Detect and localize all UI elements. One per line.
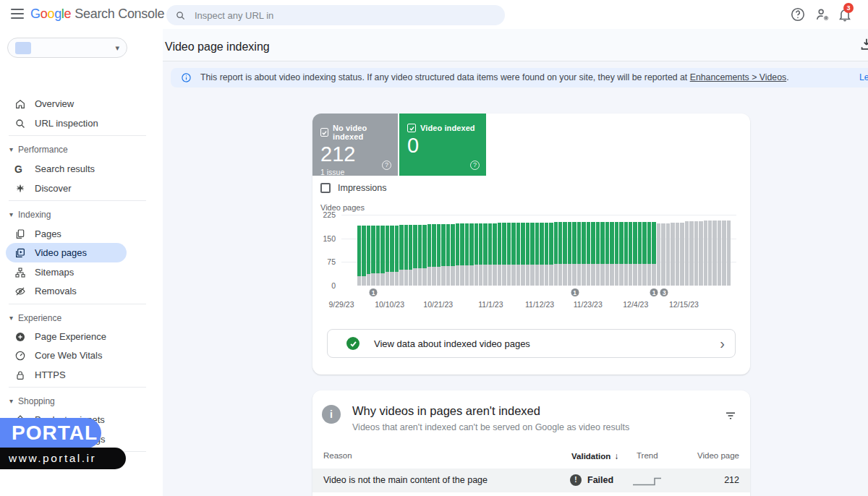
portal-watermark: PORTAL: [0, 418, 101, 448]
column-reason: Reason: [323, 451, 352, 460]
section-experience[interactable]: Experience: [0, 308, 163, 328]
sidebar-item-label: URL inspection: [35, 118, 98, 129]
chart-annotation-marker[interactable]: 3: [660, 288, 669, 297]
chart-bar: [600, 215, 604, 286]
failed-icon: [570, 474, 582, 486]
section-indexing[interactable]: Indexing: [0, 205, 163, 224]
chart-bar: [727, 215, 731, 286]
chart-bar: [371, 215, 375, 286]
chart-bar: [661, 215, 665, 286]
chart-bar: [498, 215, 501, 286]
x-axis-label: 12/4/23: [623, 300, 648, 309]
no-video-indexed-tile[interactable]: No video indexed 212 1 issue: [312, 114, 398, 176]
chart-bar: [456, 215, 459, 286]
sidebar-item-pages[interactable]: Pages: [0, 224, 163, 244]
unchecked-checkbox-icon[interactable]: [320, 183, 331, 193]
circle-plus-icon: [14, 331, 26, 343]
sidebar-item-discover[interactable]: Discover: [0, 179, 163, 198]
section-shopping[interactable]: Shopping: [0, 391, 163, 411]
url-inspection-search-bar[interactable]: Inspect any URL in: [166, 5, 505, 25]
chart-bar: [460, 215, 464, 286]
chart-bar: [530, 215, 534, 286]
y-axis-label: 0: [315, 281, 336, 290]
chart-annotation-marker[interactable]: 1: [650, 288, 659, 297]
collapse-caret-icon: [9, 397, 13, 405]
column-validation-sort[interactable]: Validation: [571, 451, 618, 461]
chart-bar: [624, 215, 628, 286]
google-logo-text: Google: [30, 7, 71, 21]
sidebar-item-overview[interactable]: Overview: [0, 94, 163, 114]
section-label: Experience: [18, 313, 61, 323]
banner-enhancements-link[interactable]: Enhancements > Videos: [690, 72, 786, 82]
hamburger-menu-icon[interactable]: [11, 9, 24, 19]
section-label: Performance: [18, 145, 68, 155]
sidebar-item-label: Discover: [35, 183, 72, 194]
chart-bar: [638, 215, 642, 286]
chart-bar: [657, 215, 660, 286]
chart-bar: [549, 215, 553, 286]
gauge-icon: [14, 350, 26, 362]
chart-bar: [386, 215, 389, 286]
user-settings-icon[interactable]: [814, 7, 830, 22]
sidebar-item-label: HTTPS: [35, 369, 66, 380]
sidebar-item-core-web-vitals[interactable]: Core Web Vitals: [0, 346, 163, 365]
view-indexed-data-row[interactable]: View data about indexed video pages: [327, 329, 736, 358]
table-header-row: Reason Validation Trend Video page: [312, 445, 750, 469]
portal-url-watermark: www.portal.ir: [0, 448, 126, 469]
y-axis-label: 150: [315, 234, 336, 243]
banner-text: This report is about video indexing stat…: [200, 72, 690, 82]
column-video-page: Video page: [697, 451, 739, 460]
chart-bar: [540, 215, 543, 286]
chart-annotation-marker[interactable]: 1: [369, 288, 378, 297]
filter-icon[interactable]: [724, 409, 737, 422]
chart-bar: [367, 215, 370, 286]
help-icon[interactable]: [790, 7, 806, 22]
property-selector[interactable]: [7, 38, 127, 58]
chart-bar: [427, 215, 431, 286]
chart-bar: [516, 215, 520, 286]
chart-bar: [511, 215, 515, 286]
issue-reason: Video is not the main content of the pag…: [323, 475, 488, 485]
sidebar-item-search-results[interactable]: G Search results: [0, 159, 163, 179]
chart-bar: [676, 215, 679, 286]
sidebar-item-label: Sitemaps: [35, 267, 74, 278]
chevron-right-icon: [720, 336, 725, 351]
chart-bar: [563, 215, 566, 286]
issues-title: Why videos in pages aren't indexed: [352, 404, 540, 418]
checked-checkbox-icon[interactable]: [407, 124, 416, 132]
chart-bar: [357, 215, 361, 286]
chart-plot-area: [341, 215, 736, 286]
chart-bar: [437, 215, 441, 286]
checked-checkbox-icon[interactable]: [320, 128, 328, 137]
chart-bar: [488, 215, 492, 286]
impressions-checkbox[interactable]: Impressions: [320, 183, 386, 193]
chart-bar: [577, 215, 581, 286]
learn-more-link[interactable]: Learn more: [859, 72, 868, 82]
x-axis-label: 10/10/23: [375, 300, 404, 309]
logo-letter: o: [41, 7, 48, 21]
app-title: Search Console: [75, 7, 164, 21]
sidebar-item-page-experience[interactable]: Page Experience: [0, 327, 163, 346]
watermark-title: PORTAL: [12, 422, 98, 445]
chart-annotation-marker[interactable]: 1: [570, 288, 579, 297]
sidebar-item-url-inspection[interactable]: URL inspection: [0, 114, 163, 133]
banner-period: .: [786, 72, 788, 82]
tile-label: Video indexed: [420, 124, 475, 132]
divider: [9, 200, 146, 201]
section-performance[interactable]: Performance: [0, 140, 163, 159]
divider: [9, 387, 146, 388]
sidebar-item-removals[interactable]: Removals: [0, 281, 163, 301]
help-circle-icon[interactable]: [470, 161, 480, 170]
impressions-label: Impressions: [338, 183, 386, 193]
help-circle-icon[interactable]: [382, 161, 391, 170]
sidebar-item-sitemaps[interactable]: Sitemaps: [0, 262, 163, 282]
video-indexed-tile[interactable]: Video indexed 0: [399, 114, 486, 176]
chart-bar: [671, 215, 674, 286]
chart-bar: [652, 215, 655, 286]
sidebar-item-video-pages[interactable]: Video pages: [6, 243, 127, 262]
content-header: Video page indexing: [163, 29, 868, 61]
export-download-icon[interactable]: [859, 36, 868, 52]
sidebar-item-https[interactable]: HTTPS: [0, 365, 163, 385]
view-data-label: View data about indexed video pages: [374, 338, 530, 349]
table-row[interactable]: Video is not the main content of the pag…: [312, 469, 750, 492]
